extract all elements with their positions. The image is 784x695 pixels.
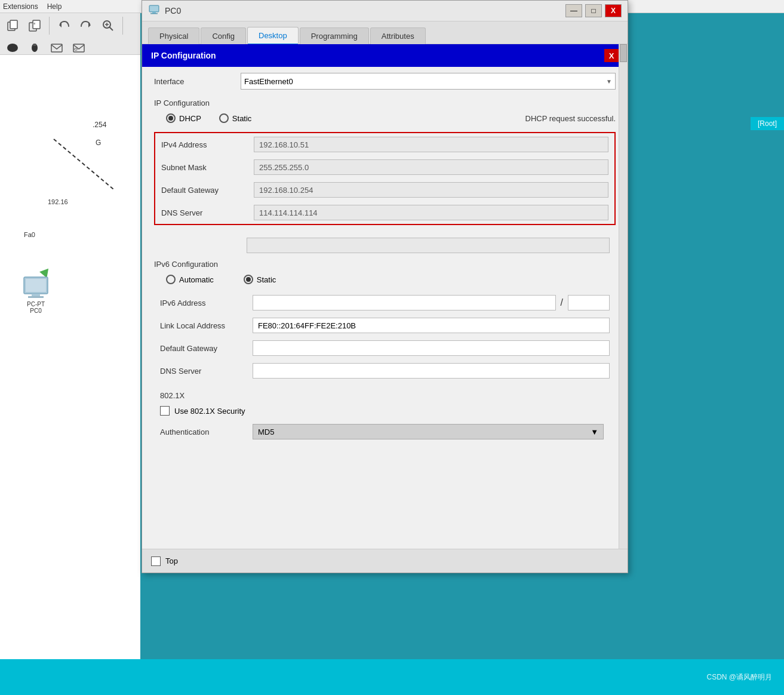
pc-device[interactable]: PC-PT PC0 (21, 276, 51, 314)
canvas-label-ip: 192.16 (48, 198, 68, 205)
static-label: Static (232, 114, 252, 123)
dns-server-row: DNS Server (155, 201, 614, 224)
dhcp-radio-circle[interactable] (166, 113, 176, 123)
link-local-label: Link Local Address (160, 321, 244, 330)
svg-point-12 (33, 44, 36, 46)
separator-1 (49, 17, 50, 35)
default-gateway-label: Default Gateway (161, 186, 245, 195)
zoom-icon[interactable] (99, 16, 118, 35)
static-ipv6-radio-circle[interactable] (244, 275, 253, 284)
ip-config-header: IP Configuration X (142, 44, 628, 67)
dhcp-label: DHCP (179, 114, 201, 123)
subnet-mask-row: Subnet Mask (155, 156, 614, 179)
redo-icon[interactable] (76, 16, 96, 35)
status-bar: CSDN @谲风醉明月 (0, 659, 784, 695)
static-ipv6-label: Static (257, 275, 276, 284)
svg-rect-19 (28, 296, 44, 298)
ip-fields-bordered: IPv4 Address Subnet Mask Default Gateway… (154, 132, 616, 225)
pc-label-name: PC0 (30, 307, 41, 314)
interface-value: FastEthernet0 (244, 77, 293, 86)
ip-radio-group: DHCP Static DHCP request successful. (166, 113, 616, 123)
automatic-radio-circle[interactable] (166, 275, 176, 284)
tab-physical[interactable]: Physical (148, 27, 199, 44)
scrollbar[interactable] (619, 44, 628, 549)
interface-row: Interface FastEthernet0 ▼ (154, 73, 616, 90)
ipv6-address-input[interactable] (253, 295, 556, 310)
ipv6-section: IPv6 Configuration Automatic Static IPv6… (154, 260, 616, 382)
scrollbar-thumb[interactable] (620, 44, 627, 62)
svg-rect-13 (51, 44, 62, 52)
menu-extensions[interactable]: Extensions (3, 2, 38, 11)
802-section-label: 802.1X (160, 391, 610, 400)
use-802-label: Use 802.1X Security (174, 407, 245, 416)
default-gateway-row: Default Gateway (155, 179, 614, 201)
svg-point-10 (7, 44, 18, 52)
ipv6-radio-group: Automatic Static (166, 275, 616, 284)
dialog-close-button[interactable]: X (605, 4, 622, 17)
ip-config-close-button[interactable]: X (604, 49, 619, 62)
svg-rect-18 (32, 294, 40, 296)
svg-line-7 (110, 27, 113, 31)
pc-label-top: PC-PT (27, 301, 45, 307)
form-area: Interface FastEthernet0 ▼ IP Configurati… (142, 67, 628, 449)
dialog-content: IP Configuration X Interface FastEtherne… (142, 44, 628, 549)
ipv6-dns-label: DNS Server (160, 367, 244, 376)
link-local-input[interactable] (253, 318, 610, 333)
minimize-button[interactable]: — (565, 4, 582, 17)
separator-2 (122, 17, 123, 35)
automatic-radio-item[interactable]: Automatic (166, 275, 214, 284)
undo-icon[interactable] (54, 16, 73, 35)
ipv6-dns-row: DNS Server (154, 359, 616, 382)
dns-server-input[interactable] (254, 205, 608, 220)
ipv4-address-row: IPv4 Address (155, 133, 614, 156)
static-ipv6-radio-item[interactable]: Static (244, 275, 276, 284)
static-radio-item[interactable]: Static (219, 113, 252, 123)
auth-value: MD5 (258, 428, 274, 436)
interface-dropdown-icon: ▼ (606, 78, 612, 85)
dialog-pc-icon (148, 5, 160, 17)
copy-icon[interactable] (3, 16, 22, 35)
dialog-window: PC0 — □ X Physical Config Desktop Progra… (142, 0, 628, 573)
tab-desktop[interactable]: Desktop (247, 27, 299, 44)
dns-server-label: DNS Server (161, 208, 245, 217)
dhcp-radio-item[interactable]: DHCP (166, 113, 201, 123)
svg-rect-22 (152, 12, 156, 13)
extra-ipv4-row (154, 234, 616, 257)
left-panel: v: 192 .254 G 192.16 Fa0 PC-PT PC0 (0, 13, 140, 659)
tab-attributes[interactable]: Attributes (370, 27, 426, 44)
dialog-controls: — □ X (565, 4, 622, 17)
auth-dropdown-icon: ▼ (591, 428, 598, 436)
dialog-title-left: PC0 (148, 5, 181, 17)
use-802-row: Use 802.1X Security (160, 406, 610, 416)
interface-select[interactable]: FastEthernet0 ▼ (241, 73, 616, 90)
link-local-row: Link Local Address (154, 314, 616, 337)
use-802-checkbox[interactable] (160, 406, 170, 416)
dialog-tabs: Physical Config Desktop Programming Attr… (142, 21, 628, 44)
ipv6-prefix-input[interactable] (568, 295, 610, 310)
default-gateway-input[interactable] (254, 182, 608, 198)
svg-rect-15 (75, 48, 77, 50)
paste-icon[interactable] (25, 16, 44, 35)
svg-rect-17 (26, 279, 46, 292)
ipv4-address-input[interactable] (254, 137, 608, 152)
static-radio-circle[interactable] (219, 113, 229, 123)
tab-config[interactable]: Config (201, 27, 246, 44)
canvas-label-fa0: Fa0 (24, 231, 35, 238)
ipv6-gateway-input[interactable] (253, 340, 610, 356)
ip-config-section-label: IP Configuration (154, 99, 616, 107)
top-checkbox[interactable] (151, 556, 161, 566)
automatic-label: Automatic (179, 275, 214, 284)
maximize-button[interactable]: □ (585, 4, 602, 17)
auth-select[interactable]: MD5 ▼ (253, 424, 604, 439)
canvas-label-254: .254 (93, 121, 106, 129)
menu-help[interactable]: Help (47, 2, 62, 11)
tab-programming[interactable]: Programming (300, 27, 369, 44)
ipv6-dns-input[interactable] (253, 363, 610, 379)
ipv6-address-row: IPv6 Address / (154, 291, 616, 314)
root-badge: [Root] (751, 117, 784, 130)
network-line (53, 139, 113, 189)
dialog-bottom-bar: Top (142, 549, 628, 573)
svg-rect-1 (10, 20, 17, 29)
subnet-mask-input[interactable] (254, 159, 608, 175)
dialog-titlebar: PC0 — □ X (142, 1, 628, 21)
